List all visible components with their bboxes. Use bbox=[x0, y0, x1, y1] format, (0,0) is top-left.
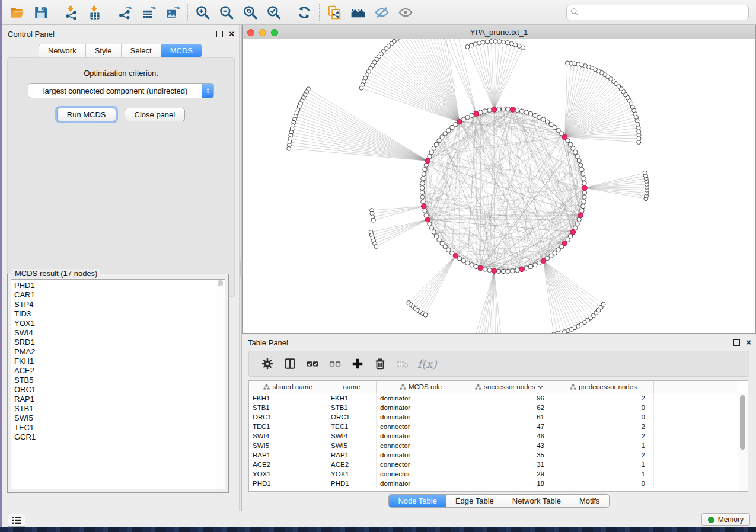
clone-network-button[interactable] bbox=[323, 2, 346, 23]
result-node[interactable]: YOX1 bbox=[14, 319, 216, 328]
result-node[interactable]: PHD1 bbox=[14, 281, 216, 290]
result-node[interactable]: TEC1 bbox=[14, 423, 216, 432]
eye-icon bbox=[398, 5, 413, 20]
refresh-button[interactable] bbox=[292, 2, 316, 23]
table-header-row: shared namenameMCDS rolesuccessor nodesp… bbox=[249, 381, 738, 393]
tab-style[interactable]: Style bbox=[85, 44, 121, 57]
table-settings-button[interactable] bbox=[256, 353, 279, 374]
zoom-out-button[interactable] bbox=[215, 2, 238, 23]
toolbar-separator bbox=[319, 4, 320, 21]
column-header-shared-name[interactable]: shared name bbox=[249, 381, 327, 393]
result-node[interactable]: CAR1 bbox=[14, 290, 216, 300]
show-columns-button[interactable] bbox=[279, 353, 301, 374]
table-row[interactable]: ORC1ORC1dominator610 bbox=[249, 412, 738, 422]
network-canvas[interactable] bbox=[243, 39, 755, 333]
table-row[interactable]: SWI5SWI5connector431 bbox=[249, 441, 738, 450]
mcds-result-list[interactable]: PHD1CAR1STP4TID3YOX1SWI4SRD1PMA2FKH1ACE2… bbox=[11, 279, 225, 489]
table-tab-network-table[interactable]: Network Table bbox=[503, 495, 570, 507]
table-row[interactable]: FKH1FKH1dominator962 bbox=[249, 393, 738, 403]
result-node[interactable]: PMA2 bbox=[14, 347, 216, 357]
table-tab-node-table[interactable]: Node Table bbox=[389, 495, 446, 507]
table-tab-motifs[interactable]: Motifs bbox=[570, 495, 609, 507]
zoom-fit-button[interactable] bbox=[238, 2, 262, 23]
tab-select[interactable]: Select bbox=[121, 44, 161, 57]
table-row[interactable]: SWI4SWI4dominator462 bbox=[249, 431, 738, 441]
zoom-selected-button[interactable] bbox=[262, 2, 286, 23]
list-icon bbox=[12, 516, 21, 524]
create-column-button[interactable] bbox=[346, 353, 369, 374]
result-node[interactable]: SWI4 bbox=[14, 328, 216, 338]
select-all-rows-button[interactable] bbox=[301, 353, 324, 374]
cell-successor-nodes: 35 bbox=[465, 450, 553, 460]
first-neighbors-button[interactable] bbox=[346, 2, 370, 23]
table-panel: Table Panel × bbox=[242, 334, 756, 511]
cell-predecessor-nodes: 2 bbox=[553, 422, 654, 431]
memory-button[interactable]: Memory bbox=[701, 513, 750, 526]
table-row[interactable]: STB1STB1dominator620 bbox=[249, 403, 738, 412]
result-node[interactable]: FKH1 bbox=[14, 357, 216, 366]
result-node[interactable]: TID3 bbox=[14, 309, 216, 319]
memory-status-icon bbox=[708, 517, 714, 523]
save-button[interactable] bbox=[29, 2, 53, 23]
cell-MCDS-role: connector bbox=[377, 422, 465, 431]
cell-name: PHD1 bbox=[327, 479, 377, 488]
tab-mcds[interactable]: MCDS bbox=[161, 44, 202, 57]
table-scrollbar-thumb[interactable] bbox=[740, 395, 745, 450]
criterion-dropdown[interactable]: largest connected component (undirected)… bbox=[28, 83, 214, 98]
float-panel-icon[interactable] bbox=[216, 31, 223, 37]
cell-predecessor-nodes: 0 bbox=[553, 403, 654, 412]
result-node[interactable]: STP4 bbox=[14, 300, 216, 309]
delete-table-button bbox=[391, 353, 414, 374]
table-row[interactable]: ACE2ACE2connector311 bbox=[249, 460, 738, 469]
cell-predecessor-nodes: 1 bbox=[553, 460, 654, 469]
result-node[interactable]: RAP1 bbox=[14, 395, 216, 404]
node-table: shared namenameMCDS rolesuccessor nodesp… bbox=[248, 380, 748, 492]
column-header-MCDS-role[interactable]: MCDS role bbox=[377, 381, 465, 393]
export-network-button[interactable] bbox=[113, 2, 137, 23]
import-table-button[interactable] bbox=[83, 2, 107, 23]
zoom-in-button[interactable] bbox=[191, 2, 215, 23]
search-input[interactable] bbox=[566, 5, 749, 20]
task-history-button[interactable] bbox=[8, 514, 25, 527]
table-row[interactable]: PHD1PHD1dominator180 bbox=[249, 479, 738, 488]
close-table-panel-icon[interactable]: × bbox=[746, 339, 751, 346]
cell-successor-nodes: 62 bbox=[465, 403, 553, 412]
cell-name: RAP1 bbox=[327, 450, 377, 460]
result-list-scrollbar[interactable] bbox=[216, 280, 225, 489]
import-network-icon bbox=[63, 5, 79, 20]
export-table-button[interactable] bbox=[137, 2, 161, 23]
result-node[interactable]: STB5 bbox=[14, 376, 216, 385]
table-tab-edge-table[interactable]: Edge Table bbox=[446, 495, 503, 507]
criterion-value: largest connected component (undirected) bbox=[28, 86, 202, 95]
export-image-icon bbox=[165, 5, 180, 20]
deselect-all-rows-button[interactable] bbox=[324, 353, 346, 374]
column-header-successor-nodes[interactable]: successor nodes bbox=[465, 381, 553, 393]
close-panel-icon[interactable]: × bbox=[229, 30, 234, 37]
result-node[interactable]: STB1 bbox=[14, 404, 216, 414]
hide-selected-button[interactable] bbox=[370, 2, 394, 23]
export-image-button[interactable] bbox=[161, 2, 184, 23]
close-panel-button[interactable]: Close panel bbox=[125, 108, 186, 121]
cell-name: SWI5 bbox=[327, 441, 377, 450]
show-all-button[interactable] bbox=[394, 2, 417, 23]
result-node[interactable]: SRD1 bbox=[14, 338, 216, 347]
column-header-predecessor-nodes[interactable]: predecessor nodes bbox=[553, 381, 654, 393]
float-table-panel-icon[interactable] bbox=[733, 339, 740, 346]
run-mcds-button[interactable]: Run MCDS bbox=[57, 108, 116, 121]
table-row[interactable]: RAP1RAP1dominator352 bbox=[249, 450, 738, 460]
column-type-icon bbox=[400, 384, 406, 390]
result-node[interactable]: ORC1 bbox=[14, 385, 216, 395]
network-titlebar[interactable]: YPA_prune.txt_1 bbox=[243, 25, 755, 40]
result-node[interactable]: GCR1 bbox=[14, 432, 216, 442]
tab-network[interactable]: Network bbox=[39, 44, 85, 57]
import-network-button[interactable] bbox=[59, 2, 83, 23]
cell-shared-name: YOX1 bbox=[249, 469, 327, 479]
column-header-name[interactable]: name bbox=[327, 381, 377, 393]
open-file-button[interactable] bbox=[5, 2, 29, 23]
delete-column-button[interactable] bbox=[369, 353, 391, 374]
table-row[interactable]: YOX1YOX1connector291 bbox=[249, 469, 738, 479]
result-node[interactable]: SWI5 bbox=[14, 414, 216, 423]
table-row[interactable]: TEC1TEC1connector472 bbox=[249, 422, 738, 431]
table-scrollbar[interactable] bbox=[738, 393, 748, 491]
result-node[interactable]: ACE2 bbox=[14, 366, 216, 376]
